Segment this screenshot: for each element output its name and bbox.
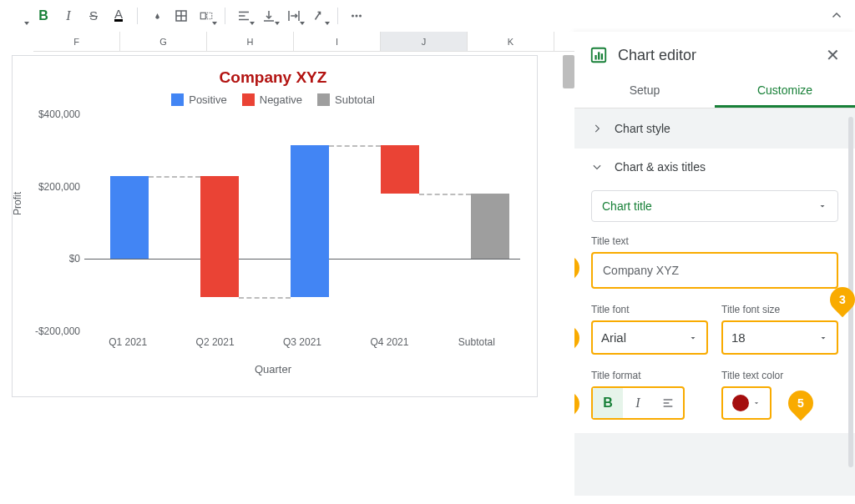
bar-q4-negative	[381, 145, 419, 194]
col-header[interactable]: F	[33, 32, 120, 51]
title-format-group: B I	[591, 386, 685, 420]
title-text-color-select[interactable]	[721, 386, 772, 420]
color-swatch	[732, 395, 749, 411]
svg-rect-20	[601, 53, 603, 59]
callout-5: 5	[783, 386, 818, 421]
section-chart-axis-titles[interactable]: Chart & axis titles	[574, 149, 855, 185]
bold-button[interactable]: B	[32, 4, 55, 28]
callout-1: 1	[574, 250, 584, 285]
fill-color-button[interactable]	[144, 4, 168, 28]
chart-icon	[589, 46, 608, 64]
strikethrough-button[interactable]: S	[82, 4, 105, 28]
embedded-chart[interactable]: Company XYZ Positive Negative Subtotal P…	[12, 55, 538, 397]
more-dropdown[interactable]	[7, 4, 30, 28]
col-header[interactable]: G	[120, 32, 207, 51]
svg-rect-18	[594, 55, 596, 60]
y-axis-label: Profit	[12, 192, 23, 215]
svg-rect-5	[207, 13, 212, 19]
borders-button[interactable]	[169, 4, 193, 28]
section-chart-style[interactable]: Chart style	[574, 108, 855, 149]
sidebar-title: Chart editor	[618, 47, 696, 64]
title-font-size-label: Title font size	[721, 304, 838, 315]
title-text-color-label: Title text color	[721, 370, 838, 381]
svg-rect-0	[151, 20, 161, 22]
svg-point-16	[359, 14, 362, 17]
collapse-toolbar[interactable]	[825, 4, 848, 28]
caret-down-icon	[817, 201, 827, 211]
x-ticks: Q1 2021 Q2 2021 Q3 2021 Q4 2021 Subtotal	[84, 336, 520, 348]
text-color-button[interactable]: A	[107, 4, 130, 28]
wrap-button[interactable]	[282, 4, 306, 28]
bar-q2-negative	[200, 176, 239, 297]
col-header[interactable]: I	[294, 32, 381, 51]
caret-down-icon	[688, 333, 698, 343]
title-font-label: Title font	[591, 304, 708, 315]
bar-q1-positive	[110, 176, 149, 260]
title-font-size-select[interactable]: 18	[721, 320, 838, 355]
italic-button[interactable]: I	[57, 4, 80, 28]
format-bold-button[interactable]: B	[593, 388, 623, 418]
svg-rect-19	[598, 52, 600, 59]
vertical-scrollbar[interactable]	[563, 55, 574, 88]
format-align-button[interactable]	[653, 388, 683, 418]
chart-legend: Positive Negative Subtotal	[18, 93, 529, 106]
col-header[interactable]: K	[468, 32, 554, 51]
chevron-down-icon	[591, 161, 603, 173]
chart-title: Company XYZ	[18, 68, 529, 87]
tab-setup[interactable]: Setup	[574, 75, 715, 108]
toolbar: B I S A	[0, 0, 855, 32]
x-axis-label: Quarter	[18, 363, 529, 375]
spreadsheet-area[interactable]: F G H I J K Company XYZ Positive Negativ…	[0, 32, 574, 504]
caret-down-icon	[818, 333, 828, 343]
svg-point-15	[356, 14, 358, 17]
plot-area: $400,000 $200,000 $0 -$200,000	[84, 114, 520, 331]
col-header[interactable]: H	[207, 32, 294, 51]
halign-button[interactable]	[232, 4, 255, 28]
title-format-label: Title format	[591, 370, 708, 381]
valign-button[interactable]	[257, 4, 281, 28]
bar-subtotal	[471, 194, 509, 259]
title-text-label: Title text	[591, 235, 838, 247]
chevron-right-icon	[591, 123, 603, 134]
close-icon[interactable]: ✕	[826, 45, 840, 65]
title-font-select[interactable]: Arial	[591, 320, 708, 355]
svg-rect-4	[200, 13, 205, 19]
sidebar-tabs: Setup Customize	[574, 75, 855, 108]
caret-down-icon	[752, 399, 761, 407]
rotate-button[interactable]	[307, 4, 331, 28]
merge-button[interactable]	[195, 4, 218, 28]
callout-2: 2	[574, 320, 584, 355]
tab-customize[interactable]: Customize	[715, 75, 855, 108]
title-type-select[interactable]: Chart title	[591, 190, 838, 222]
callout-4: 4	[574, 386, 584, 421]
column-headers[interactable]: F G H I J K	[33, 32, 574, 52]
more-button[interactable]	[345, 4, 368, 28]
title-text-input[interactable]: Company XYZ	[591, 252, 838, 289]
format-italic-button[interactable]: I	[623, 388, 653, 418]
chart-editor-sidebar: Chart editor ✕ Setup Customize Chart sty…	[574, 32, 855, 504]
bar-q3-positive	[291, 145, 329, 297]
col-header[interactable]: J	[381, 32, 468, 51]
svg-point-14	[352, 14, 354, 17]
